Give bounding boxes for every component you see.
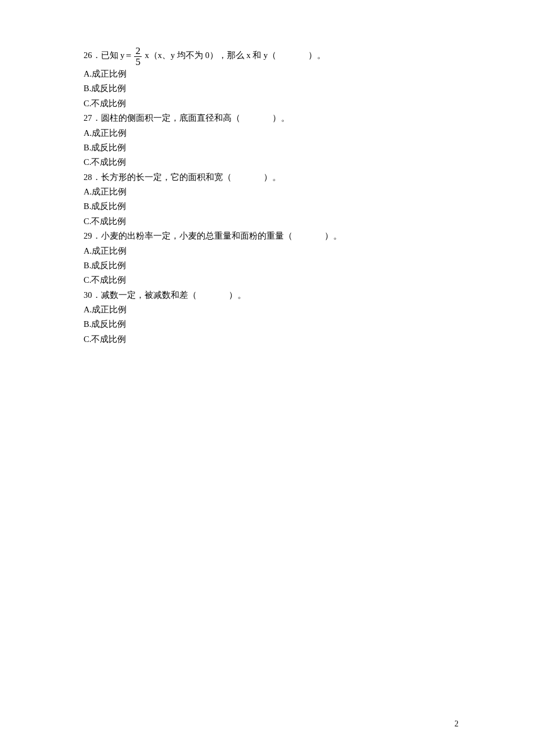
stem-part-a: 减数一定，被减数和差（ bbox=[101, 290, 197, 300]
option-c: C.不成比例 bbox=[84, 214, 459, 229]
question-number: 26． bbox=[84, 51, 101, 60]
question-stem: 26．已知 y＝25 x（x、y 均不为 0），那么 x 和 y（）。 bbox=[84, 45, 459, 67]
stem-part-a: 已知 y＝ bbox=[101, 51, 134, 60]
option-b: B.成反比例 bbox=[84, 258, 459, 273]
stem-part-c: ）。 bbox=[324, 231, 342, 240]
option-c: C.不成比例 bbox=[84, 332, 459, 347]
question-number: 27． bbox=[84, 113, 101, 123]
stem-part-c: ）。 bbox=[229, 290, 246, 300]
fraction-numerator: 2 bbox=[134, 46, 142, 56]
option-a: A.成正比例 bbox=[84, 303, 459, 317]
stem-part-b: x（x、y 均不为 0），那么 x 和 y（ bbox=[143, 51, 276, 60]
stem-part-c: ）。 bbox=[272, 113, 290, 123]
option-c: C.不成比例 bbox=[84, 155, 459, 170]
option-b: B.成反比例 bbox=[84, 317, 459, 332]
question-number: 29． bbox=[84, 231, 101, 240]
question-27: 27．圆柱的侧面积一定，底面直径和高（）。 A.成正比例 B.成反比例 C.不成… bbox=[84, 111, 459, 170]
stem-part-a: 小麦的出粉率一定，小麦的总重量和面粉的重量（ bbox=[101, 231, 293, 240]
question-number: 28． bbox=[84, 172, 101, 182]
option-b: B.成反比例 bbox=[84, 141, 459, 155]
question-stem: 30．减数一定，被减数和差（）。 bbox=[84, 288, 459, 303]
option-a: A.成正比例 bbox=[84, 126, 459, 141]
question-28: 28．长方形的长一定，它的面积和宽（）。 A.成正比例 B.成反比例 C.不成比… bbox=[84, 170, 459, 229]
question-stem: 29．小麦的出粉率一定，小麦的总重量和面粉的重量（）。 bbox=[84, 229, 459, 243]
option-b: B.成反比例 bbox=[84, 199, 459, 214]
document-page: 26．已知 y＝25 x（x、y 均不为 0），那么 x 和 y（）。 A.成正… bbox=[0, 0, 534, 756]
option-b: B.成反比例 bbox=[84, 81, 459, 96]
option-a: A.成正比例 bbox=[84, 67, 459, 81]
question-stem: 27．圆柱的侧面积一定，底面直径和高（）。 bbox=[84, 111, 459, 125]
question-26: 26．已知 y＝25 x（x、y 均不为 0），那么 x 和 y（）。 A.成正… bbox=[84, 45, 459, 111]
stem-part-c: ）。 bbox=[308, 51, 326, 60]
question-number: 30． bbox=[84, 290, 101, 300]
option-a: A.成正比例 bbox=[84, 185, 459, 199]
fraction-denominator: 5 bbox=[134, 56, 142, 67]
question-30: 30．减数一定，被减数和差（）。 A.成正比例 B.成反比例 C.不成比例 bbox=[84, 288, 459, 347]
stem-part-a: 圆柱的侧面积一定，底面直径和高（ bbox=[101, 113, 240, 123]
option-c: C.不成比例 bbox=[84, 273, 459, 287]
question-29: 29．小麦的出粉率一定，小麦的总重量和面粉的重量（）。 A.成正比例 B.成反比… bbox=[84, 229, 459, 288]
stem-part-a: 长方形的长一定，它的面积和宽（ bbox=[101, 172, 232, 182]
option-c: C.不成比例 bbox=[84, 96, 459, 111]
option-a: A.成正比例 bbox=[84, 244, 459, 258]
question-stem: 28．长方形的长一定，它的面积和宽（）。 bbox=[84, 170, 459, 185]
stem-part-c: ）。 bbox=[264, 172, 281, 182]
fraction: 25 bbox=[134, 46, 142, 67]
page-number: 2 bbox=[454, 717, 459, 732]
